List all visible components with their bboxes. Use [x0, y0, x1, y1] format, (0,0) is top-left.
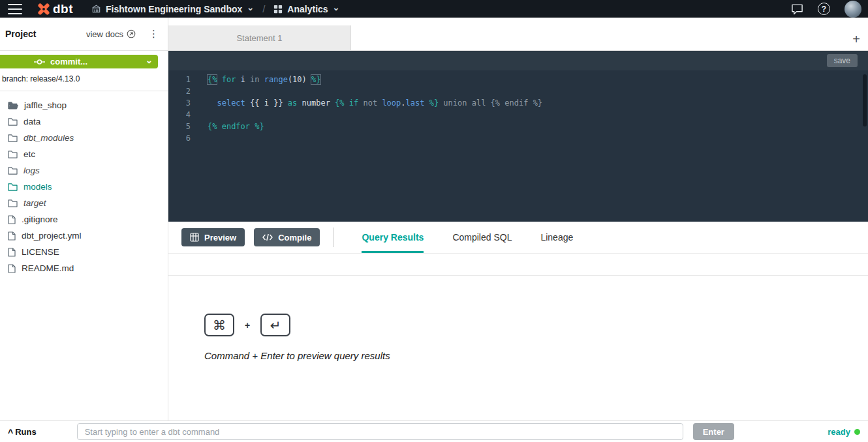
sidebar-title: Project: [5, 29, 36, 39]
tab-compiled-sql[interactable]: Compiled SQL: [452, 222, 512, 253]
tree-item-license[interactable]: LICENSE: [0, 244, 168, 260]
commit-icon: [34, 59, 45, 65]
file-icon: [8, 264, 16, 273]
help-icon[interactable]: ?: [818, 3, 830, 15]
folder-icon: [8, 117, 18, 126]
chat-icon[interactable]: [791, 3, 803, 15]
tree-item-dbt-modules[interactable]: dbt_modules: [0, 130, 168, 146]
file-icon: [8, 215, 16, 224]
tree-item-dbt-project-yml[interactable]: dbt_project.yml: [0, 228, 168, 244]
main-row: Project view docs ⋮ commit... ⌄: [0, 18, 868, 420]
command-input[interactable]: [77, 423, 683, 440]
external-link-icon: [127, 29, 136, 38]
line-number: 1: [168, 74, 191, 85]
breadcrumb-separator: /: [262, 3, 265, 14]
new-tab-button[interactable]: +: [852, 33, 860, 46]
editor-scrollbar[interactable]: [863, 74, 867, 126]
enter-button[interactable]: Enter: [693, 423, 734, 440]
tab-label: Statement 1: [236, 33, 282, 43]
tree-item-target[interactable]: target: [0, 195, 168, 211]
results-body: ⌘ + ↵ Command + Enter to preview query r…: [168, 276, 868, 420]
file-icon: [8, 248, 16, 257]
tree-item-models[interactable]: models: [0, 179, 168, 195]
code-line-content: [191, 109, 208, 121]
toolbar-divider: [333, 228, 334, 247]
runs-label: Runs: [15, 427, 37, 437]
tree-item-data[interactable]: data: [0, 113, 168, 130]
sidebar-menu-icon[interactable]: ⋮: [146, 28, 161, 40]
grid-icon: [273, 5, 283, 14]
workspace: Statement 1 + save 1{% for i in range(10…: [168, 18, 868, 420]
dbt-cloud-ide: dbt Fishtown Engineering Sandbox ⌄ / Ana…: [0, 0, 868, 442]
commit-button[interactable]: commit... ⌄: [0, 55, 158, 68]
shortcut-hint: Command + Enter to preview query results: [204, 350, 868, 361]
code-icon: [262, 233, 273, 241]
grid-table-icon: [190, 233, 199, 242]
account-selector[interactable]: Fishtown Engineering Sandbox ⌄: [91, 4, 254, 14]
tab-statement-1[interactable]: Statement 1: [168, 25, 351, 50]
top-bar: dbt Fishtown Engineering Sandbox ⌄ / Ana…: [0, 0, 868, 18]
account-icon: [91, 4, 101, 14]
preview-button[interactable]: Preview: [181, 228, 245, 246]
dbt-logo[interactable]: dbt: [37, 2, 73, 16]
code-line[interactable]: 2: [168, 85, 868, 97]
folder-icon: [8, 183, 18, 191]
results-subheader: [168, 254, 868, 276]
code-line[interactable]: 4: [168, 109, 868, 121]
preview-label: Preview: [204, 233, 236, 243]
code-line[interactable]: 6: [168, 132, 868, 144]
code-line[interactable]: 5{% endfor %}: [168, 121, 868, 132]
tree-item-jaffle-shop[interactable]: jaffle_shop: [0, 97, 168, 113]
results-tabs: Query ResultsCompiled SQLLineage: [362, 222, 573, 253]
account-name: Fishtown Engineering Sandbox: [106, 4, 242, 14]
commit-label: commit...: [50, 57, 87, 66]
code-line-content: {% endfor %}: [191, 121, 264, 132]
tree-item-label: logs: [23, 166, 40, 175]
tree-item-label: dbt_project.yml: [22, 231, 82, 241]
tree-item-readme-md[interactable]: README.md: [0, 260, 168, 276]
chevron-down-icon: ⌄: [146, 58, 153, 63]
editor-tab-bar: Statement 1 +: [168, 18, 868, 51]
line-number: 2: [168, 85, 191, 97]
line-number: 4: [168, 109, 191, 121]
tree-item-label: etc: [23, 149, 35, 159]
tree-item-logs[interactable]: logs: [0, 162, 168, 179]
tree-item-gitignore[interactable]: .gitignore: [0, 211, 168, 228]
file-icon: [8, 231, 16, 241]
branch-label: branch: release/4.13.0: [0, 68, 168, 91]
view-docs-link[interactable]: view docs: [86, 29, 136, 39]
project-name: Analytics: [287, 4, 328, 14]
tree-item-label: models: [23, 182, 52, 192]
project-selector[interactable]: Analytics ⌄: [273, 4, 339, 14]
enter-key-icon: ↵: [260, 314, 290, 336]
code-line[interactable]: 1{% for i in range(10) %}: [168, 74, 868, 85]
command-key-icon: ⌘: [204, 314, 234, 336]
code-line-content: {% for i in range(10) %}: [191, 74, 320, 85]
hamburger-menu-icon[interactable]: [8, 4, 22, 14]
compile-button[interactable]: Compile: [254, 228, 320, 246]
tab-query-results[interactable]: Query Results: [362, 222, 424, 253]
commit-section: commit... ⌄: [0, 51, 168, 68]
tree-item-label: LICENSE: [22, 247, 59, 257]
tree-item-label: target: [23, 198, 46, 208]
save-button[interactable]: save: [827, 54, 858, 67]
code-line[interactable]: 3 select {{ i }} as number {% if not loo…: [168, 97, 868, 109]
folder-open-icon: [8, 101, 18, 110]
folder-icon: [8, 150, 18, 158]
plus-sign: +: [245, 320, 250, 331]
code-line-content: [191, 85, 208, 97]
avatar[interactable]: [845, 1, 861, 18]
editor-toolbar: save: [168, 51, 868, 70]
view-docs-label: view docs: [86, 29, 123, 39]
status-text: ready: [828, 427, 850, 437]
sidebar-header: Project view docs ⋮: [0, 18, 168, 51]
dbt-logo-text: dbt: [53, 2, 73, 16]
status-bar: ^ Runs Enter ready: [0, 420, 868, 442]
tab-lineage[interactable]: Lineage: [540, 222, 573, 253]
tree-item-label: .gitignore: [22, 214, 58, 224]
file-tree: jaffle_shopdatadbt_modulesetclogsmodelst…: [0, 91, 168, 276]
compile-label: Compile: [278, 233, 311, 243]
tree-item-etc[interactable]: etc: [0, 146, 168, 162]
code-editor[interactable]: 1{% for i in range(10) %}23 select {{ i …: [168, 70, 868, 222]
runs-toggle[interactable]: ^ Runs: [8, 426, 37, 437]
